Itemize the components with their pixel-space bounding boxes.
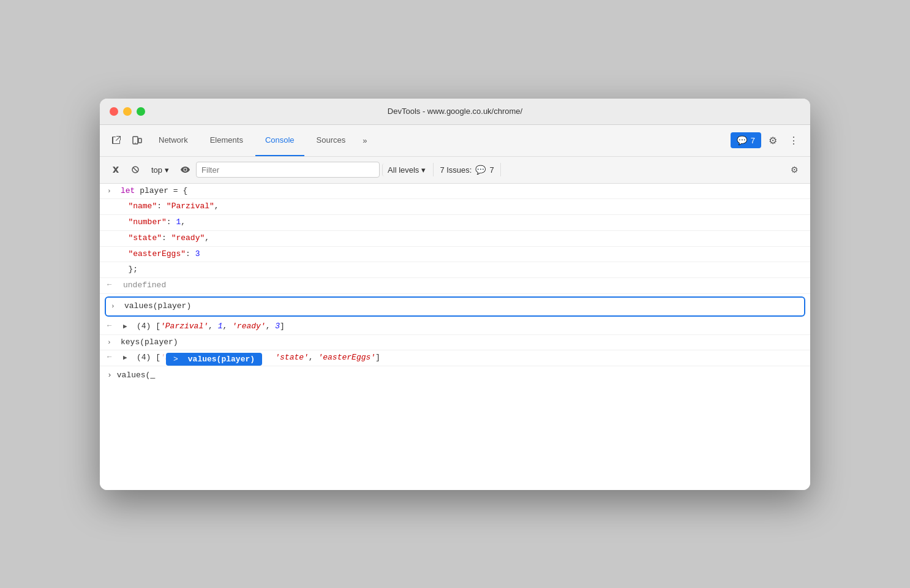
context-selector[interactable]: top ▾ <box>146 164 174 176</box>
tab-more-button[interactable]: » <box>358 124 372 156</box>
tab-sources[interactable]: Sources <box>307 124 356 156</box>
window-title: DevTools - www.google.co.uk/chrome/ <box>388 107 522 116</box>
autocomplete-container: ← ▶ (4) ['name' 'state', 'easterEggs'] >… <box>100 350 810 366</box>
svg-rect-1 <box>138 138 141 143</box>
traffic-lights <box>110 107 145 116</box>
autocomplete-dropdown[interactable]: > values(player) <box>161 352 267 367</box>
context-dropdown-icon: ▾ <box>165 165 169 175</box>
input-arrow: › <box>107 336 116 349</box>
log-levels-selector[interactable]: All levels ▾ <box>382 164 431 176</box>
autocomplete-prompt: > <box>173 355 178 364</box>
console-line: "number": 1, <box>100 215 810 231</box>
expand-arrow[interactable]: › <box>107 185 116 197</box>
svg-marker-3 <box>113 167 119 173</box>
issues-tab-badge[interactable]: 💬 7 <box>731 132 761 148</box>
console-line: › let player = { <box>100 184 810 200</box>
inspect-element-button[interactable] <box>107 131 126 149</box>
no-arrow <box>107 263 123 276</box>
issues-count-badge[interactable]: 7 Issues: 💬 7 <box>433 163 500 176</box>
expand-arrow[interactable]: › <box>111 300 119 312</box>
minimize-button[interactable] <box>123 107 132 116</box>
devtools-window: DevTools - www.google.co.uk/chrome/ Netw… <box>100 99 810 490</box>
tab-console[interactable]: Console <box>255 124 304 156</box>
console-current-input[interactable]: › values(_ <box>100 366 810 383</box>
output-marker: ← <box>107 279 118 291</box>
svg-line-5 <box>133 167 138 172</box>
no-arrow <box>107 248 123 260</box>
expand-arrow[interactable]: ▶ <box>123 352 132 364</box>
devtools-settings-button[interactable]: ⚙ <box>764 131 782 149</box>
input-text: values(_ <box>117 371 155 380</box>
console-output: › let player = { "name": "Parzival", "nu… <box>100 184 810 490</box>
console-line: "state": "ready", <box>100 231 810 247</box>
tab-network[interactable]: Network <box>149 124 198 156</box>
no-arrow <box>107 200 123 213</box>
console-output-line: ← ▶ (4) ['Parzival', 1, 'ready', 3] <box>100 319 810 335</box>
tab-elements[interactable]: Elements <box>200 124 253 156</box>
issues-chat-icon: 💬 <box>475 165 486 175</box>
no-arrow <box>107 216 123 228</box>
no-arrow <box>107 232 123 244</box>
console-line: "name": "Parzival", <box>100 199 810 215</box>
console-highlighted-line: › values(player) <box>105 296 805 317</box>
close-button[interactable] <box>110 107 118 116</box>
expand-arrow[interactable]: ▶ <box>123 320 132 333</box>
console-line: "easterEggs": 3 <box>100 247 810 263</box>
autocomplete-suggestion: values(player) <box>188 355 255 364</box>
devtools-more-button[interactable]: ⋮ <box>784 131 803 149</box>
console-toolbar: top ▾ All levels ▾ 7 Issues: 💬 7 ⚙ <box>100 157 810 184</box>
maximize-button[interactable] <box>137 107 145 116</box>
output-marker: ← <box>107 352 118 363</box>
tabs-bar: Network Elements Console Sources » 💬 7 ⚙… <box>100 125 810 157</box>
device-toolbar-button[interactable] <box>128 131 146 149</box>
filter-input[interactable] <box>196 162 380 178</box>
block-button[interactable] <box>127 161 144 178</box>
console-input-line: › keys(player) <box>100 335 810 351</box>
svg-point-2 <box>135 143 135 143</box>
console-output-line: ← undefined <box>100 278 810 294</box>
output-marker: ← <box>107 320 118 332</box>
issues-badge-icon: 💬 <box>737 135 747 145</box>
title-bar: DevTools - www.google.co.uk/chrome/ <box>100 99 810 125</box>
console-line: }; <box>100 262 810 278</box>
input-prompt: › <box>107 371 112 380</box>
levels-dropdown-icon: ▾ <box>421 165 426 175</box>
eye-button[interactable] <box>176 161 194 178</box>
console-settings-button[interactable]: ⚙ <box>786 161 803 178</box>
clear-console-button[interactable] <box>107 161 124 178</box>
